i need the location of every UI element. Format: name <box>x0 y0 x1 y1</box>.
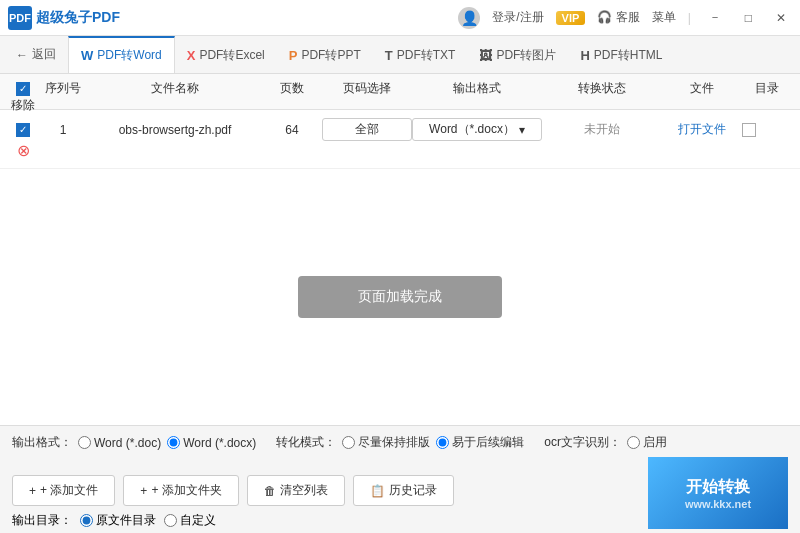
tab-pdf-to-word[interactable]: W PDF转Word <box>68 36 175 73</box>
delete-icon[interactable]: ⊗ <box>17 142 30 159</box>
ocr-group: ocr文字识别： 启用 <box>544 434 667 451</box>
title-bar-right: 👤 登录/注册 VIP 🎧 客服 菜单 | － □ ✕ <box>458 7 792 29</box>
tab-pdf-to-txt[interactable]: T PDF转TXT <box>373 36 468 73</box>
header-filename: 文件名称 <box>88 80 262 97</box>
dir-checkbox[interactable] <box>742 123 756 137</box>
header-output-format: 输出格式 <box>412 80 542 97</box>
mode-layout-option[interactable]: 尽量保持排版 <box>342 434 430 451</box>
title-bar: PDF 超级兔子PDF 👤 登录/注册 VIP 🎧 客服 菜单 | － □ ✕ <box>0 0 800 36</box>
row-pages: 64 <box>262 123 322 137</box>
tab-pdf-to-image[interactable]: 🖼 PDF转图片 <box>467 36 568 73</box>
add-folder-icon: + <box>140 484 147 498</box>
dir-custom-option[interactable]: 自定义 <box>164 512 216 529</box>
row-checkbox[interactable]: ✓ <box>8 123 38 137</box>
page-select-dropdown[interactable]: 全部 <box>322 118 412 141</box>
output-dir-row: 输出目录： 原文件目录 自定义 <box>12 512 454 529</box>
maximize-button[interactable]: □ <box>739 9 758 27</box>
row-remove[interactable]: ⊗ <box>8 141 38 160</box>
row-page-select[interactable]: 全部 <box>322 118 412 141</box>
row-format[interactable]: Word（*.docx） ▾ <box>412 118 542 141</box>
word-icon: W <box>81 48 93 63</box>
add-folder-button[interactable]: + + 添加文件夹 <box>123 475 238 506</box>
back-button[interactable]: ← 返回 <box>8 42 64 67</box>
dropdown-arrow-icon: ▾ <box>519 123 525 137</box>
load-complete-button[interactable]: 页面加载完成 <box>298 276 502 318</box>
table-row: ✓ 1 obs-browsertg-zh.pdf 64 全部 Word（*.do… <box>0 110 800 169</box>
output-dir-label: 输出目录： <box>12 512 72 529</box>
tab-pdf-to-ppt[interactable]: P PDF转PPT <box>277 36 373 73</box>
minimize-button[interactable]: － <box>703 7 727 28</box>
header-file: 文件 <box>662 80 742 97</box>
history-button[interactable]: 📋 历史记录 <box>353 475 454 506</box>
vip-badge[interactable]: VIP <box>556 11 586 25</box>
avatar[interactable]: 👤 <box>458 7 480 29</box>
header-dir: 目录 <box>742 80 792 97</box>
options-row: 输出格式： Word (*.doc) Word (*.docx) 转化模式： 尽… <box>12 434 788 451</box>
back-arrow-icon: ← <box>16 48 28 62</box>
ocr-enable-radio[interactable] <box>627 436 640 449</box>
format-doc-option[interactable]: Word (*.doc) <box>78 436 161 450</box>
txt-icon: T <box>385 48 393 63</box>
add-file-button[interactable]: + + 添加文件 <box>12 475 115 506</box>
close-button[interactable]: ✕ <box>770 9 792 27</box>
output-format-label: 输出格式： <box>12 434 72 451</box>
nav-bar: ← 返回 W PDF转Word X PDF转Excel P PDF转PPT T … <box>0 36 800 74</box>
logo-icon: PDF <box>8 6 32 30</box>
excel-icon: X <box>187 48 196 63</box>
image-icon: 🖼 <box>479 48 492 63</box>
header-pages: 页数 <box>262 80 322 97</box>
output-format-group: 输出格式： Word (*.doc) Word (*.docx) <box>12 434 256 451</box>
dir-custom-radio[interactable] <box>164 514 177 527</box>
ocr-enable-option[interactable]: 启用 <box>627 434 667 451</box>
open-file-link[interactable]: 打开文件 <box>662 121 742 138</box>
row-status: 未开始 <box>542 121 662 138</box>
tab-pdf-to-excel[interactable]: X PDF转Excel <box>175 36 277 73</box>
ppt-icon: P <box>289 48 298 63</box>
login-link[interactable]: 登录/注册 <box>492 9 543 26</box>
row-filename: obs-browsertg-zh.pdf <box>88 123 262 137</box>
row-index: 1 <box>38 123 88 137</box>
menu-button[interactable]: 菜单 <box>652 9 676 26</box>
row-dir <box>742 123 792 137</box>
trash-icon: 🗑 <box>264 484 276 498</box>
customer-service-link[interactable]: 🎧 客服 <box>597 9 639 26</box>
clear-list-button[interactable]: 🗑 清空列表 <box>247 475 345 506</box>
header-check: ✓ <box>8 82 38 96</box>
convert-mode-label: 转化模式： <box>276 434 336 451</box>
select-all-checkbox[interactable]: ✓ <box>16 82 30 96</box>
mode-edit-option[interactable]: 易于后续编辑 <box>436 434 524 451</box>
history-icon: 📋 <box>370 484 385 498</box>
format-docx-radio[interactable] <box>167 436 180 449</box>
separator: | <box>688 11 691 25</box>
ocr-label: ocr文字识别： <box>544 434 621 451</box>
app-title: 超级兔子PDF <box>36 9 120 27</box>
html-icon: H <box>580 48 589 63</box>
header-status: 转换状态 <box>542 80 662 97</box>
header-index: 序列号 <box>38 80 88 97</box>
mode-layout-radio[interactable] <box>342 436 355 449</box>
format-dropdown[interactable]: Word（*.docx） ▾ <box>412 118 542 141</box>
headset-icon: 🎧 <box>597 10 612 24</box>
mode-edit-radio[interactable] <box>436 436 449 449</box>
bottom-options: 输出格式： Word (*.doc) Word (*.docx) 转化模式： 尽… <box>0 425 800 533</box>
start-button-container: 开始转换 www.kkx.net <box>648 457 788 529</box>
table-header: ✓ 序列号 文件名称 页数 页码选择 输出格式 转换状态 文件 目录 移除 <box>0 74 800 110</box>
dir-original-option[interactable]: 原文件目录 <box>80 512 156 529</box>
table-body: ✓ 1 obs-browsertg-zh.pdf 64 全部 Word（*.do… <box>0 110 800 169</box>
watermark-text: www.kkx.net <box>685 498 751 510</box>
tab-pdf-to-html[interactable]: H PDF转HTML <box>568 36 674 73</box>
center-area: 页面加载完成 <box>0 169 800 425</box>
format-doc-radio[interactable] <box>78 436 91 449</box>
main-content: ✓ 序列号 文件名称 页数 页码选择 输出格式 转换状态 文件 目录 移除 ✓ … <box>0 74 800 425</box>
convert-mode-group: 转化模式： 尽量保持排版 易于后续编辑 <box>276 434 524 451</box>
format-docx-option[interactable]: Word (*.docx) <box>167 436 256 450</box>
add-file-icon: + <box>29 484 36 498</box>
app-logo: PDF 超级兔子PDF <box>8 6 458 30</box>
action-buttons-row: + + 添加文件 + + 添加文件夹 🗑 清空列表 📋 历史记录 <box>12 475 454 506</box>
header-page-select: 页码选择 <box>322 80 412 97</box>
dir-original-radio[interactable] <box>80 514 93 527</box>
start-convert-button[interactable]: 开始转换 www.kkx.net <box>648 457 788 529</box>
